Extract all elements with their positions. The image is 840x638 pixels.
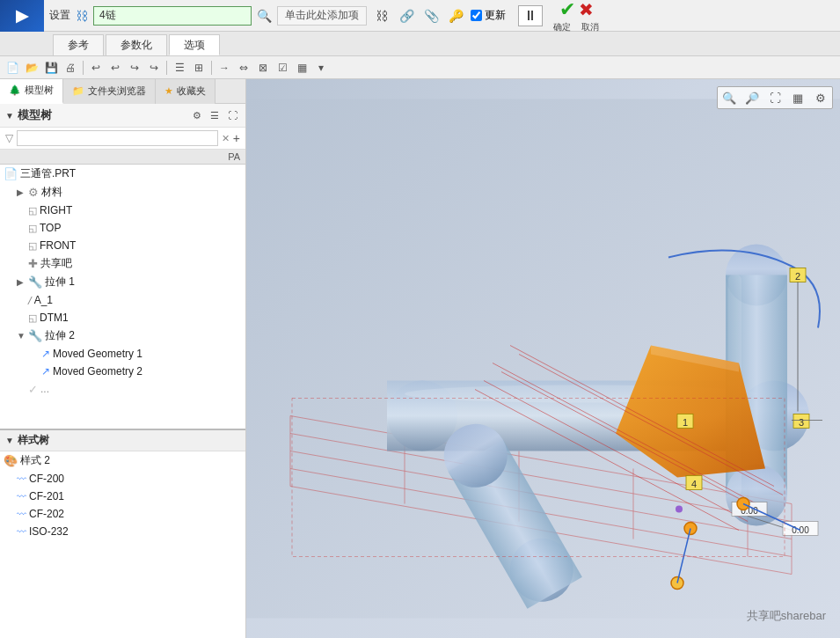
tree-item-right[interactable]: ◱ RIGHT xyxy=(0,202,245,219)
cancel-label: 取消 xyxy=(581,21,599,33)
tree-label-a1: A_1 xyxy=(34,294,53,306)
vp-settings-icon[interactable]: ⚙ xyxy=(811,89,830,106)
vp-zoom-out-icon[interactable]: 🔎 xyxy=(742,89,762,106)
tree-item-santongguan[interactable]: 📄 三通管.PRT xyxy=(0,165,245,183)
tree-item-dtm1[interactable]: ◱ DTM1 xyxy=(0,309,245,326)
tree-label-moved-geom-1: Moved Geometry 1 xyxy=(53,348,142,360)
arrow-icon[interactable]: → xyxy=(215,59,233,77)
tree-item-front[interactable]: ◱ FRONT xyxy=(0,237,245,254)
tree-item-a1[interactable]: / A_1 xyxy=(0,291,245,309)
tree-label-style2: 样式 2 xyxy=(20,453,50,468)
tab-parametric[interactable]: 参数化 xyxy=(106,34,167,55)
pause-icon: ⏸ xyxy=(523,8,537,24)
sep-2 xyxy=(166,61,167,75)
style-tree-item-cf201[interactable]: 〰 CF-201 xyxy=(0,488,245,505)
style-tree-header[interactable]: ▼ 样式树 xyxy=(0,430,245,451)
panel-tab-model-tree[interactable]: 🌲 模型树 xyxy=(0,79,63,104)
tree-item-partial[interactable]: ✓ ... xyxy=(0,380,245,398)
tab-reference[interactable]: 参考 xyxy=(53,34,104,55)
file-icon: 📄 xyxy=(4,167,18,180)
filter-icon[interactable]: ▦ xyxy=(293,59,310,77)
viewport[interactable]: 1 2 3 4 0.00 0.00 xyxy=(246,79,840,638)
new-icon[interactable]: 📄 xyxy=(4,59,21,77)
tree-item-top[interactable]: ◱ TOP xyxy=(0,219,245,237)
tree-label-top: TOP xyxy=(40,222,61,234)
expand-tree-arrow[interactable]: ▼ xyxy=(5,111,14,121)
redo2-icon[interactable]: ↪ xyxy=(145,59,163,77)
style-tree-item-cf202[interactable]: 〰 CF-202 xyxy=(0,505,245,523)
toolbar-icon-2[interactable]: 🔗 xyxy=(397,6,416,26)
print-icon[interactable]: 🖨 xyxy=(62,59,79,77)
undo2-icon[interactable]: ↩ xyxy=(106,59,124,77)
style-tree-item-cf200[interactable]: 〰 CF-200 xyxy=(0,470,245,488)
style-tree-section: ▼ 样式树 🎨 样式 2 〰 CF-200 〰 CF-201 〰 CF- xyxy=(0,429,245,540)
panel-tab-favorites[interactable]: ★ 收藏夹 xyxy=(156,79,215,104)
tree-item-moved-geom-1[interactable]: ↗ Moved Geometry 1 xyxy=(0,345,245,363)
curve-icon-cf200: 〰 xyxy=(17,473,26,484)
sep-3 xyxy=(211,61,212,75)
redo-icon[interactable]: ↪ xyxy=(126,59,143,77)
filter-clear-icon[interactable]: ✕ xyxy=(222,133,230,144)
vp-zoom-in-icon[interactable]: 🔍 xyxy=(719,89,739,106)
undo-icon[interactable]: ↩ xyxy=(87,59,105,77)
chevron-down-icon[interactable]: ▾ xyxy=(312,59,330,77)
toolbar-icon-4[interactable]: 🔑 xyxy=(446,6,465,26)
save-icon[interactable]: 💾 xyxy=(42,59,60,77)
tree-label-moved-geom-2: Moved Geometry 2 xyxy=(53,365,142,378)
arrow-down-icon: ▼ xyxy=(17,331,26,341)
extrude2-icon: 🔧 xyxy=(28,329,42,342)
file-browser-icon: 📁 xyxy=(72,85,84,97)
toolbar-icon-3[interactable]: 📎 xyxy=(421,6,441,26)
tree-settings-icon[interactable]: ⚙ xyxy=(189,107,205,123)
moved-geom-icon-2: ↗ xyxy=(41,365,50,378)
style-tree-arrow: ▼ xyxy=(5,436,14,445)
plane-icon-top: ◱ xyxy=(28,223,37,234)
list-icon[interactable]: ☰ xyxy=(171,59,188,77)
tree-item-material[interactable]: ▶ ⚙ 材料 xyxy=(0,183,245,202)
tab-options[interactable]: 选项 xyxy=(169,34,220,55)
model-tree-title: 模型树 xyxy=(18,107,189,123)
filter-add-icon[interactable]: + xyxy=(233,131,240,145)
vp-view-icon[interactable]: ▦ xyxy=(788,89,807,106)
confirm-label: 确定 xyxy=(553,21,571,33)
tree-columns-icon[interactable]: ☰ xyxy=(207,107,223,123)
style-tree-item-style2[interactable]: 🎨 样式 2 xyxy=(0,451,245,470)
chain-input[interactable]: 4链 xyxy=(93,6,252,26)
add-item-button[interactable]: 单击此处添加项 xyxy=(277,6,367,26)
tree-label: 三通管.PRT xyxy=(20,166,76,181)
grid-icon[interactable]: ⊞ xyxy=(190,59,208,77)
style-tree-item-iso232[interactable]: 〰 ISO-232 xyxy=(0,523,245,540)
tree-item-extrude2[interactable]: ▼ 🔧 拉伸 2 xyxy=(0,326,245,345)
vp-fit-icon[interactable]: ⛶ xyxy=(765,89,785,106)
check2-icon[interactable]: ☑ xyxy=(274,59,291,77)
tree-item-extrude1[interactable]: ▶ 🔧 拉伸 1 xyxy=(0,273,245,291)
expand-icon[interactable]: ⇔ xyxy=(235,59,252,77)
tree-label-front: FRONT xyxy=(40,239,76,252)
tree-content[interactable]: 📄 三通管.PRT ▶ ⚙ 材料 ◱ RIGHT ◱ xyxy=(0,165,245,429)
tree-label-cf202: CF-202 xyxy=(29,508,64,520)
toolbar-icon-1[interactable]: ⛓ xyxy=(372,6,391,26)
pause-button[interactable]: ⏸ xyxy=(518,5,543,26)
tree-item-share[interactable]: ✚ 共享吧 xyxy=(0,254,245,273)
chain-icon: ⛓ xyxy=(76,9,88,23)
tree-header-icons: ⚙ ☰ ⛶ xyxy=(189,107,240,123)
check-icon: ✔ xyxy=(559,0,575,20)
open-icon[interactable]: 📂 xyxy=(23,59,40,77)
filter-input[interactable] xyxy=(17,130,218,146)
filter-funnel-icon: ▽ xyxy=(5,132,13,144)
tree-label-right: RIGHT xyxy=(40,204,72,216)
gear-icon: ⚙ xyxy=(28,186,39,199)
select-icon[interactable]: ⊠ xyxy=(254,59,272,77)
tree-item-moved-geom-2[interactable]: ↗ Moved Geometry 2 xyxy=(0,363,245,380)
panel-tab-file-browser[interactable]: 📁 文件夹浏览器 xyxy=(63,79,156,104)
tree-label-extrude1: 拉伸 1 xyxy=(45,275,75,290)
tab-row: 参考 参数化 选项 xyxy=(0,32,840,56)
search-icon[interactable]: 🔍 xyxy=(257,9,272,23)
3d-scene: 1 2 3 4 0.00 0.00 xyxy=(246,79,840,638)
update-checkbox[interactable] xyxy=(471,10,482,21)
tree-label-extrude2: 拉伸 2 xyxy=(45,328,75,343)
tree-expand-icon[interactable]: ⛶ xyxy=(224,107,240,123)
confirm-button[interactable]: ✔ xyxy=(559,0,575,21)
cancel-button[interactable]: ✖ xyxy=(579,0,594,21)
arrow-right-icon: ▶ xyxy=(17,187,26,197)
